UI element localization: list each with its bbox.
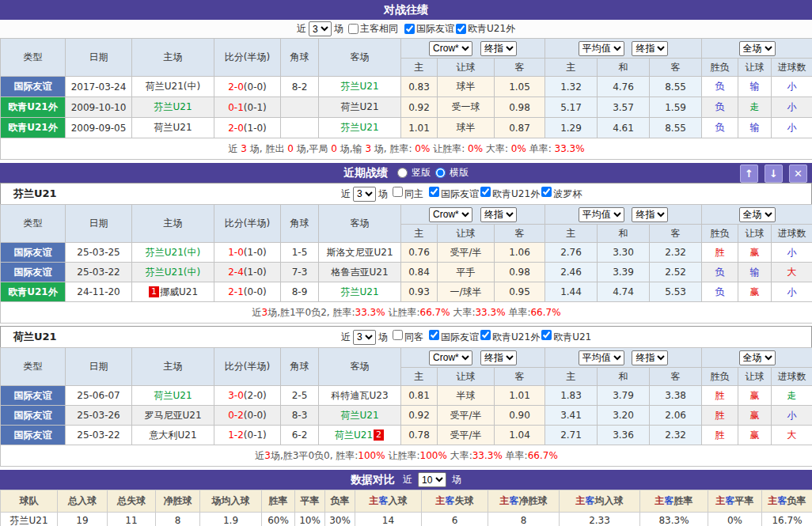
- type-badge: 国际友谊: [1, 77, 65, 96]
- table-row: 国际友谊 25-06-07 荷兰U21 3-0(2-0) 2-5 科特迪瓦U23…: [1, 386, 812, 406]
- winloss-cell: 胜: [702, 386, 738, 406]
- finland-baltic-checkbox[interactable]: [541, 187, 552, 197]
- cmp-col-venue-win-rate: 主客胜率: [640, 490, 708, 513]
- netherlands-friendly-checkbox[interactable]: [429, 330, 439, 340]
- league-friendly-checkbox[interactable]: [404, 24, 415, 34]
- col-avg-draw: 和: [598, 225, 650, 243]
- netherlands-summary: 近3场,胜3平0负0, 胜率:100% 让胜率:100% 大率:33.3% 单率…: [1, 445, 812, 467]
- finland-friendly-checkbox-label[interactable]: 国际友谊: [427, 187, 479, 201]
- odds-handicap-cell: 半球: [438, 386, 495, 406]
- move-down-button[interactable]: ↓: [765, 165, 783, 183]
- col-odds-home: 主: [401, 225, 438, 243]
- col-score: 比分(半场): [214, 348, 281, 386]
- cmp-col-venue-draw-rate: 主客平率: [708, 490, 762, 513]
- finland-baltic-checkbox-label[interactable]: 波罗杯: [540, 187, 582, 201]
- finland-euro-checkbox[interactable]: [480, 187, 491, 197]
- h2h-table: 类型 日期 主场 比分(半场) 角球 客场 Crow* 终指 平均值 终指 全场…: [0, 38, 812, 160]
- cmp-col-venue-goals-for: 主客入球: [355, 490, 422, 513]
- col-avg-home: 主: [545, 225, 598, 243]
- handicap-result-cell: 输: [738, 77, 772, 97]
- col-winloss: 胜负: [702, 368, 738, 386]
- winloss-cell: 负: [702, 263, 738, 282]
- comparison-rounds-select[interactable]: 10: [418, 472, 446, 487]
- score-cell: 0-2(0-0): [214, 406, 281, 426]
- finland-table: 类型 日期 主场 比分(半场) 角球 客场 Crow* 终指 平均值 终指 全场…: [0, 204, 812, 324]
- odds-company-select[interactable]: Crow*: [429, 350, 472, 365]
- move-up-button[interactable]: ↑: [740, 165, 758, 183]
- layout-horizontal-radio[interactable]: [435, 168, 446, 178]
- odds-away-cell: 1.05: [495, 77, 545, 97]
- col-goals-result: 进球数: [772, 368, 812, 386]
- same-away-checkbox[interactable]: [393, 330, 403, 340]
- netherlands-euro-checkbox[interactable]: [541, 330, 552, 340]
- goals-result-cell: 小: [772, 77, 812, 97]
- table-row: 国际友谊 25-03-26 罗马尼亚U21 0-2(0-0) 8-3 荷兰U21…: [1, 406, 812, 426]
- netherlands-euro-checkbox-label[interactable]: 欧青U21: [540, 330, 591, 344]
- avg-select[interactable]: 平均值: [579, 350, 624, 365]
- avg-select[interactable]: 平均值: [579, 41, 624, 56]
- avg-final-select[interactable]: 终指: [632, 41, 668, 56]
- finland-rounds-select[interactable]: 3: [353, 187, 376, 202]
- col-avg-draw: 和: [598, 368, 650, 386]
- same-venue-checkbox-label[interactable]: 主客相同: [347, 22, 398, 36]
- col-home: 主场: [132, 348, 214, 386]
- netherlands-friendly-checkbox-label[interactable]: 国际友谊: [427, 330, 479, 344]
- cmp-col-venue-goals-against: 主客失球: [422, 490, 488, 513]
- avg-draw-cell: 4.61: [598, 118, 650, 138]
- avg-final-select[interactable]: 终指: [632, 350, 668, 365]
- away-cell: 荷兰U21: [319, 406, 401, 426]
- odds-company-select[interactable]: Crow*: [429, 207, 472, 222]
- col-corner: 角球: [281, 39, 319, 77]
- fulltime-select[interactable]: 全场: [739, 207, 776, 222]
- netherlands-euroq-checkbox-label[interactable]: 欧青U21外: [479, 330, 540, 344]
- finland-friendly-checkbox[interactable]: [429, 187, 439, 197]
- finland-euro-checkbox-label[interactable]: 欧青U21外: [479, 187, 540, 201]
- fulltime-select[interactable]: 全场: [739, 350, 776, 365]
- odds-handicap-cell: 受平/半: [438, 243, 495, 263]
- col-avg-home: 主: [545, 59, 598, 77]
- home-cell: 1挪威U21: [132, 282, 214, 302]
- type-badge: 欧青U21外: [1, 97, 65, 117]
- col-type: 类型: [1, 348, 66, 386]
- table-row: 国际友谊 25-03-25 芬兰U21(中) 1-0(1-0) 1-5 斯洛文尼…: [1, 243, 812, 263]
- winloss-cell: 负: [702, 97, 738, 118]
- comparison-title: 数据对比: [351, 473, 395, 487]
- odds-final-select[interactable]: 终指: [480, 41, 517, 56]
- same-away-checkbox-label[interactable]: 同客: [391, 330, 423, 344]
- netherlands-euroq-checkbox[interactable]: [480, 330, 491, 340]
- netherlands-rounds-select[interactable]: 3: [353, 330, 376, 345]
- fulltime-select[interactable]: 全场: [739, 41, 776, 56]
- same-home-checkbox[interactable]: [393, 187, 403, 197]
- close-button[interactable]: ✕: [789, 165, 807, 183]
- league-euro-checkbox-label[interactable]: 欧青U21外: [454, 22, 515, 36]
- odds-away-cell: 0.98: [495, 97, 545, 118]
- avg-final-select[interactable]: 终指: [632, 207, 668, 222]
- same-home-checkbox-label[interactable]: 同主: [391, 187, 423, 201]
- avg-draw-cell: 3.20: [598, 406, 650, 426]
- type-cell: 欧青U21外: [1, 282, 66, 302]
- handicap-result-cell: 输: [738, 118, 772, 138]
- same-venue-checkbox[interactable]: [348, 24, 359, 34]
- corner-cell: 8-3: [281, 406, 319, 426]
- layout-vertical-radio[interactable]: [397, 168, 408, 178]
- avg-away-cell: 8.55: [650, 118, 702, 138]
- avg-select[interactable]: 平均值: [579, 207, 624, 222]
- h2h-rounds-select[interactable]: 3: [309, 21, 332, 36]
- away-cell: 芬兰U21: [319, 77, 401, 97]
- layout-horizontal-radio-label[interactable]: 横版: [434, 166, 469, 180]
- odds-final-select[interactable]: 终指: [480, 207, 517, 222]
- col-odds-handicap: 让球: [438, 225, 495, 243]
- netherlands-table: 类型 日期 主场 比分(半场) 角球 客场 Crow* 终指 平均值 终指 全场…: [0, 347, 812, 467]
- corner-cell: 8-2: [281, 77, 319, 97]
- league-euro-checkbox[interactable]: [456, 24, 466, 34]
- near-label: 近: [403, 473, 412, 486]
- home-cell: 罗马尼亚U21: [132, 406, 214, 426]
- odds-handicap-cell: 受平/半: [438, 426, 495, 445]
- col-handicap-result: 让球: [738, 225, 772, 243]
- layout-vertical-radio-label[interactable]: 竖版: [396, 166, 431, 180]
- h2h-section-bar: 对战往绩: [0, 0, 812, 20]
- odds-final-select[interactable]: 终指: [480, 350, 517, 365]
- handicap-result-cell: 走: [738, 97, 772, 118]
- odds-company-select[interactable]: Crow*: [429, 41, 472, 56]
- league-friendly-checkbox-label[interactable]: 国际友谊: [403, 22, 454, 36]
